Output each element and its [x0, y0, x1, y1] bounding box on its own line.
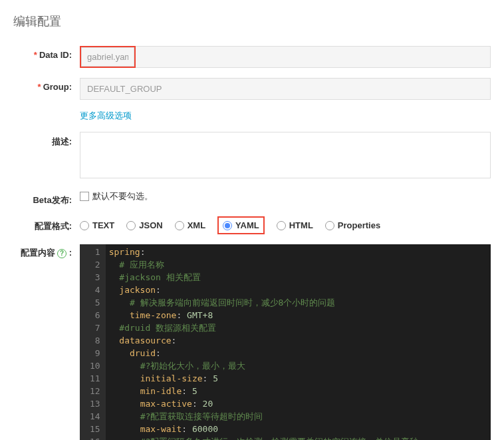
code-editor[interactable]: 12345678910111213141516 spring: # 应用名称 #…: [80, 244, 491, 440]
group-row: *Group:: [13, 78, 491, 100]
advanced-row: 更多高级选项: [13, 110, 491, 122]
line-gutter: 12345678910111213141516: [80, 244, 106, 440]
data-id-row: *Data ID:: [13, 46, 491, 68]
radio-icon: [223, 221, 232, 230]
code-line: min-idle: 5: [109, 385, 487, 397]
line-number: 12: [90, 385, 100, 397]
beta-label: Beta发布:: [13, 190, 80, 206]
radio-label: JSON: [139, 220, 162, 230]
line-number: 2: [90, 258, 100, 271]
beta-row: Beta发布: 默认不要勾选。: [13, 190, 491, 206]
group-input[interactable]: [80, 78, 491, 100]
radio-label: TEXT: [92, 220, 114, 230]
radio-label: Properties: [338, 220, 380, 230]
line-number: 14: [90, 410, 100, 423]
code-line: #druid 数据源相关配置: [109, 322, 487, 334]
content-label: 配置内容? :: [13, 244, 80, 259]
radio-icon: [175, 221, 184, 230]
radio-icon: [80, 221, 89, 230]
radio-icon: [277, 221, 286, 230]
code-line: jackson:: [109, 284, 487, 296]
beta-checkbox[interactable]: [80, 192, 89, 201]
line-number: 8: [90, 334, 100, 347]
help-icon[interactable]: ?: [57, 249, 66, 258]
code-content[interactable]: spring: # 应用名称 #jackson 相关配置 jackson: # …: [106, 244, 491, 440]
line-number: 7: [90, 322, 100, 334]
description-row: 描述:: [13, 132, 491, 180]
radio-yaml[interactable]: YAML: [217, 216, 265, 234]
code-line: time-zone: GMT+8: [109, 309, 487, 322]
group-label: *Group:: [13, 78, 80, 92]
line-number: 11: [90, 372, 100, 385]
data-id-label: *Data ID:: [13, 46, 80, 60]
code-line: max-wait: 60000: [109, 423, 487, 435]
line-number: 3: [90, 271, 100, 284]
radio-properties[interactable]: Properties: [325, 220, 380, 230]
radio-xml[interactable]: XML: [175, 220, 205, 230]
format-row: 配置格式: TEXTJSONXMLYAMLHTMLProperties: [13, 216, 491, 234]
description-label: 描述:: [13, 132, 80, 148]
code-line: druid:: [109, 347, 487, 359]
code-line: max-active: 20: [109, 397, 487, 410]
code-line: # 应用名称: [109, 258, 487, 271]
content-row: 配置内容? : 12345678910111213141516 spring: …: [13, 244, 491, 440]
radio-text[interactable]: TEXT: [80, 220, 114, 230]
code-line: datasource:: [109, 334, 487, 347]
code-line: #?配置间隔多久才进行一次检测，检测需要关闭的空闲连接，单位是毫秒: [109, 435, 487, 440]
radio-icon: [126, 221, 136, 230]
radio-icon: [325, 221, 334, 230]
code-line: #jackson 相关配置: [109, 271, 487, 284]
line-number: 4: [90, 284, 100, 296]
code-line: # 解决服务端向前端返回时间时，减少8个小时的问题: [109, 296, 487, 309]
data-id-input[interactable]: [81, 47, 134, 67]
line-number: 6: [90, 309, 100, 322]
line-number: 5: [90, 296, 100, 309]
line-number: 9: [90, 347, 100, 359]
radio-label: HTML: [289, 220, 313, 230]
code-line: #?初始化大小，最小，最大: [109, 359, 487, 372]
page-title: 编辑配置: [13, 13, 491, 29]
radio-label: XML: [188, 220, 205, 230]
data-id-highlight: [80, 46, 136, 68]
description-textarea[interactable]: [80, 132, 491, 178]
radio-json[interactable]: JSON: [126, 220, 162, 230]
code-line: #?配置获取连接等待超时的时间: [109, 410, 487, 423]
code-line: spring:: [109, 246, 487, 258]
line-number: 10: [90, 359, 100, 372]
line-number: 16: [90, 435, 100, 440]
advanced-options-link[interactable]: 更多高级选项: [80, 110, 132, 120]
line-number: 1: [90, 246, 100, 258]
line-number: 15: [90, 423, 100, 435]
line-number: 13: [90, 397, 100, 410]
data-id-input-extension: [134, 46, 491, 68]
beta-checkbox-label: 默认不要勾选。: [92, 190, 153, 202]
radio-label: YAML: [235, 220, 259, 230]
code-line: initial-size: 5: [109, 372, 487, 385]
format-label: 配置格式:: [13, 216, 80, 232]
radio-html[interactable]: HTML: [277, 220, 313, 230]
